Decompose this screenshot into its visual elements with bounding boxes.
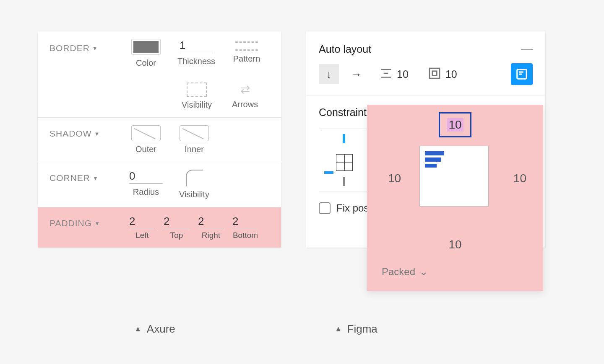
constraints-grid[interactable] — [319, 129, 369, 191]
padding-section: PADDING ▼ Left Top Right — [38, 207, 281, 248]
padding-top-label: Top — [170, 231, 183, 240]
padding-icon — [428, 67, 441, 82]
fix-position-checkbox[interactable] — [319, 202, 331, 214]
axure-caption: ▲ Axure — [134, 323, 175, 336]
triangle-up-icon: ▲ — [134, 325, 142, 333]
padding-top-field[interactable]: 10 — [439, 112, 471, 137]
caret-down-icon: ▼ — [93, 175, 99, 181]
padding-uniform-value[interactable]: 10 — [445, 68, 457, 80]
constraints-label: Constraints — [319, 106, 372, 118]
border-section: BORDER ▼ Color Thickness — [38, 31, 281, 118]
constraint-center-box[interactable] — [336, 154, 353, 171]
svg-rect-4 — [432, 71, 437, 76]
padding-left-label: Left — [135, 231, 149, 240]
padding-header[interactable]: PADDING ▼ — [49, 215, 129, 228]
corner-radius-input[interactable] — [129, 170, 163, 184]
shadow-section: SHADOW ▼ Outer Inner — [38, 118, 281, 162]
caret-down-icon: ▼ — [94, 131, 100, 137]
constraint-bottom-indicator — [343, 177, 345, 186]
corner-radius-label: Radius — [133, 187, 159, 197]
spacing-mode-label: Packed — [382, 266, 415, 278]
arrows-icon[interactable]: ⇄ — [240, 83, 250, 96]
caret-down-icon: ▼ — [92, 45, 98, 52]
svg-rect-3 — [430, 68, 440, 78]
direction-horizontal-button[interactable]: → — [346, 64, 367, 84]
padding-right-input[interactable] — [198, 215, 224, 228]
constraint-left-indicator — [324, 171, 333, 174]
alignment-bars-icon — [425, 151, 444, 170]
padding-top-value: 10 — [447, 118, 463, 132]
alignment-button[interactable] — [511, 63, 533, 85]
corner-header[interactable]: CORNER ▼ — [49, 170, 129, 183]
padding-top-input[interactable] — [164, 215, 190, 228]
border-visibility-swatch[interactable] — [187, 83, 207, 97]
border-header[interactable]: BORDER ▼ — [49, 39, 129, 53]
alignment-preview-box[interactable] — [419, 146, 489, 207]
item-spacing-icon — [379, 67, 393, 82]
shadow-outer-swatch[interactable] — [131, 125, 161, 141]
auto-layout-title: Auto layout — [319, 43, 371, 55]
corner-section: CORNER ▼ Radius Visibility — [38, 162, 281, 207]
border-arrows-label: Arrows — [232, 100, 258, 109]
shadow-inner-swatch[interactable] — [180, 125, 209, 141]
border-visibility-label: Visibility — [182, 100, 212, 110]
item-spacing-value[interactable]: 10 — [397, 68, 409, 80]
padding-left-input[interactable] — [129, 215, 155, 228]
axure-panel: BORDER ▼ Color Thickness — [38, 31, 281, 248]
border-color-swatch[interactable] — [131, 39, 161, 55]
collapse-icon[interactable]: — — [521, 42, 533, 56]
padding-label: PADDING — [49, 218, 92, 228]
padding-bottom-label: Bottom — [233, 231, 258, 240]
padding-right-label: Right — [202, 231, 220, 240]
border-thickness-input[interactable] — [180, 39, 213, 53]
padding-bottom-value[interactable]: 10 — [448, 238, 461, 251]
padding-popover: 10 10 10 10 Packed ⌄ — [367, 105, 543, 291]
direction-vertical-button[interactable]: ↓ — [319, 64, 339, 84]
border-thickness-label: Thickness — [177, 57, 215, 66]
border-pattern-label: Pattern — [233, 54, 260, 64]
border-label: BORDER — [49, 43, 90, 53]
shadow-label: SHADOW — [49, 129, 92, 139]
corner-label: CORNER — [49, 173, 90, 183]
chevron-down-icon: ⌄ — [419, 266, 428, 278]
figma-panel: Auto layout — ↓ → 10 10 Constr — [306, 31, 545, 248]
corner-visibility-icon[interactable] — [186, 170, 203, 186]
shadow-inner-label: Inner — [185, 145, 204, 154]
shadow-outer-label: Outer — [135, 145, 156, 154]
spacing-mode-dropdown[interactable]: Packed ⌄ — [382, 266, 428, 278]
figma-caption: ▲ Figma — [335, 323, 378, 336]
padding-bottom-input[interactable] — [232, 215, 258, 228]
triangle-up-icon: ▲ — [335, 325, 342, 333]
padding-right-value[interactable]: 10 — [513, 172, 526, 185]
caret-down-icon: ▼ — [94, 220, 100, 227]
constraint-top-indicator — [343, 134, 345, 143]
shadow-header[interactable]: SHADOW ▼ — [49, 125, 129, 139]
padding-left-value[interactable]: 10 — [388, 172, 401, 185]
border-pattern-swatch[interactable] — [235, 41, 258, 51]
border-color-label: Color — [136, 58, 156, 68]
corner-visibility-label: Visibility — [179, 190, 209, 199]
